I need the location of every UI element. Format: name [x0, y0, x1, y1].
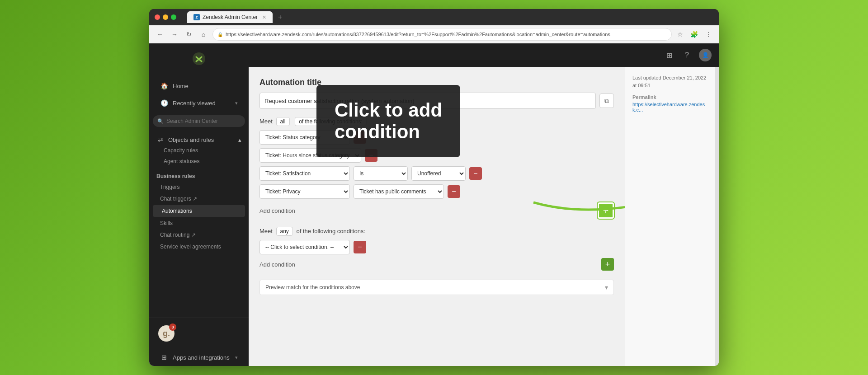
clock-icon: 🕐	[160, 99, 168, 107]
home-icon: 🏠	[160, 82, 168, 89]
tab-close-icon[interactable]: ✕	[262, 14, 266, 20]
back-button[interactable]: ←	[155, 29, 165, 40]
triggers-label: Triggers	[160, 184, 180, 190]
content-area: Automation title ⧉ Meet all of the follo…	[249, 67, 719, 366]
active-tab[interactable]: Z Zendesk Admin Center ✕	[187, 11, 273, 23]
agent-statuses-label: Agent statuses	[164, 158, 199, 164]
condition-3-field-select[interactable]: Ticket: Satisfaction	[259, 166, 350, 181]
condition-4-remove-button[interactable]: −	[448, 185, 460, 198]
sidebar-item-skills[interactable]: Skills	[149, 217, 249, 229]
condition-2-field-select[interactable]: Ticket: Hours since status category	[259, 148, 361, 163]
all-badge: all	[276, 117, 290, 126]
business-rules-section: Business rules Triggers Chat triggers ↗ …	[149, 169, 249, 254]
condition-4-operator-select[interactable]: Ticket has public comments	[354, 184, 444, 199]
skills-label: Skills	[160, 220, 173, 226]
objects-rules-label: Objects and rules	[168, 136, 214, 143]
add-condition-all-row: Add condition +	[259, 202, 614, 219]
form-area: Automation title ⧉ Meet all of the follo…	[249, 67, 625, 366]
condition-3-remove-button[interactable]: −	[469, 167, 482, 180]
home-button[interactable]: ⌂	[198, 29, 209, 40]
objects-rules-section: ⇄ Objects and rules ▴ Capacity rules Age…	[149, 131, 249, 169]
sidebar-item-capacity-rules[interactable]: Capacity rules	[149, 145, 249, 156]
condition-1-remove-button[interactable]: −	[354, 131, 366, 144]
reload-button[interactable]: ↻	[184, 29, 194, 40]
sidebar-item-apps-integrations[interactable]: ⊞ Apps and integrations ▾	[153, 349, 245, 366]
address-bar: ← → ↻ ⌂ 🔒 https://selectivehardware.zend…	[149, 25, 719, 43]
url-text: https://selectivehardware.zendesk.com/ru…	[226, 32, 610, 37]
business-rules-header: Business rules	[149, 170, 249, 181]
url-bar[interactable]: 🔒 https://selectivehardware.zendesk.com/…	[212, 28, 672, 41]
copy-title-button[interactable]: ⧉	[599, 94, 614, 108]
sidebar-search-container: 🔍	[153, 115, 245, 127]
preview-bar-chevron-icon: ▾	[605, 284, 608, 291]
new-tab-button[interactable]: +	[274, 12, 286, 22]
sidebar-item-home[interactable]: 🏠 Home	[153, 78, 245, 94]
automations-label: Automations	[162, 208, 192, 214]
title-input-row: ⧉	[259, 93, 614, 109]
sidebar: 🏠 Home 🕐 Recently viewed ▾ 🔍 ⇄ Objects a…	[149, 43, 249, 366]
add-condition-any-button[interactable]: +	[601, 258, 614, 271]
apps-integrations-label: Apps and integrations	[173, 354, 230, 361]
topbar-avatar[interactable]: 👤	[699, 49, 712, 61]
user-avatar[interactable]: g. 3	[158, 325, 175, 342]
sidebar-item-recently-viewed-label: Recently viewed	[173, 100, 216, 107]
menu-button[interactable]: ⋮	[703, 30, 713, 39]
chat-routing-label: Chat routing ↗	[160, 232, 196, 238]
condition-row-3: Ticket: Satisfaction Is Unoffered −	[259, 166, 614, 181]
secure-icon: 🔒	[217, 32, 223, 37]
sla-label: Service level agreements	[160, 244, 221, 250]
condition-3-operator-select[interactable]: Is	[354, 166, 408, 181]
traffic-lights	[155, 14, 176, 20]
chevron-down-icon: ▾	[235, 100, 238, 106]
chat-triggers-label: Chat triggers ↗	[160, 196, 197, 202]
sidebar-logo	[149, 43, 249, 77]
app-container: 🏠 Home 🕐 Recently viewed ▾ 🔍 ⇄ Objects a…	[149, 43, 719, 366]
help-icon[interactable]: ?	[682, 48, 692, 62]
condition-row-2: Ticket: Hours since status category −	[259, 148, 614, 163]
grid-icon[interactable]: ⊞	[664, 48, 675, 62]
any-condition-1-field-select[interactable]: -- Click to select condition. --	[259, 240, 350, 254]
tab-bar: Z Zendesk Admin Center ✕ +	[187, 11, 286, 23]
condition-row-1: Ticket: Status category −	[259, 130, 614, 145]
sidebar-item-triggers[interactable]: Triggers	[149, 181, 249, 193]
main-content: ⊞ ? 👤 Automation title ⧉	[249, 43, 719, 366]
condition-2-remove-button[interactable]: −	[365, 149, 377, 162]
close-button[interactable]	[155, 14, 160, 20]
extension-button[interactable]: 🧩	[689, 30, 700, 39]
sidebar-item-objects-rules[interactable]: ⇄ Objects and rules ▴	[149, 132, 249, 145]
meet-any-conditions-section: Meet any of the following conditions: --…	[259, 228, 614, 271]
condition-4-field-select[interactable]: Ticket: Privacy	[259, 184, 350, 199]
sidebar-item-chat-triggers[interactable]: Chat triggers ↗	[149, 193, 249, 205]
meet-all-conditions-section: Meet all of the following conditions: Ti…	[259, 118, 614, 219]
minimize-button[interactable]	[163, 14, 168, 20]
search-input[interactable]	[166, 118, 241, 124]
right-panel: Last updated December 21, 2022 at 09:51 …	[625, 67, 715, 366]
automation-title-section: Automation title ⧉	[259, 78, 614, 109]
automation-title-heading: Automation title	[259, 78, 614, 87]
any-condition-1-remove-button[interactable]: −	[354, 241, 366, 253]
forward-button[interactable]: →	[169, 29, 180, 40]
last-updated-text: Last updated December 21, 2022 at 09:51	[632, 74, 708, 89]
condition-1-field-select[interactable]: Ticket: Status category	[259, 130, 350, 145]
condition-row-4: Ticket: Privacy Ticket has public commen…	[259, 184, 614, 199]
conditions-all-header: Meet all of the following conditions:	[259, 118, 614, 125]
app-topbar: ⊞ ? 👤	[249, 43, 719, 67]
sidebar-bottom: g. 3 ⊞ Apps and integrations ▾	[149, 318, 249, 366]
chevron-up-icon: ▴	[238, 136, 241, 143]
apps-icon: ⊞	[160, 354, 168, 361]
title-bar: Z Zendesk Admin Center ✕ +	[149, 9, 719, 25]
preview-bar[interactable]: Preview match for the conditions above ▾	[259, 280, 614, 295]
add-condition-all-button[interactable]: +	[598, 202, 614, 219]
sidebar-item-agent-statuses[interactable]: Agent statuses	[149, 156, 249, 167]
permalink-url[interactable]: https://selectivehardware.zendesk.c...	[632, 102, 708, 112]
maximize-button[interactable]	[171, 14, 176, 20]
title-input[interactable]	[259, 93, 596, 109]
capacity-rules-label: Capacity rules	[164, 147, 198, 154]
sidebar-item-automations[interactable]: Automations	[153, 205, 245, 217]
sidebar-item-sla[interactable]: Service level agreements	[149, 241, 249, 253]
condition-3-value-select[interactable]: Unoffered	[411, 166, 466, 181]
sidebar-item-chat-routing[interactable]: Chat routing ↗	[149, 229, 249, 241]
bookmark-button[interactable]: ☆	[675, 30, 685, 39]
sidebar-item-recently-viewed[interactable]: 🕐 Recently viewed ▾	[153, 95, 245, 111]
scrollbar-track[interactable]	[715, 67, 719, 366]
